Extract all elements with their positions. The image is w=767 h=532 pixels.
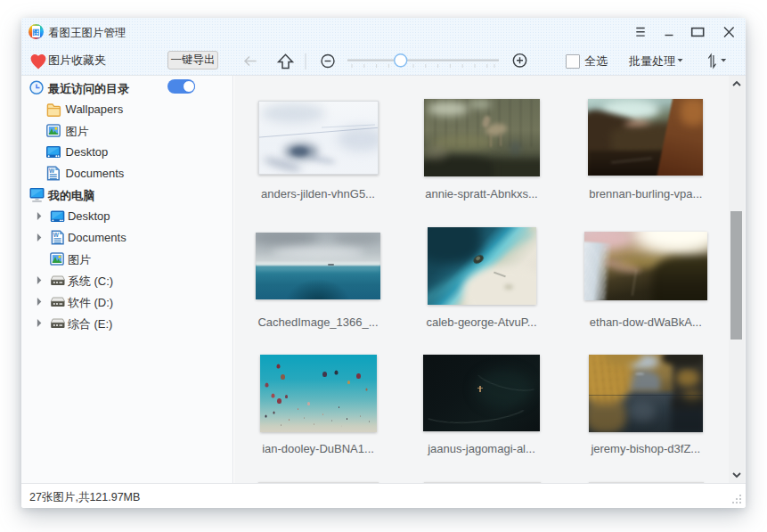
svg-text:W: W	[49, 168, 55, 174]
svg-text:W: W	[53, 232, 60, 238]
